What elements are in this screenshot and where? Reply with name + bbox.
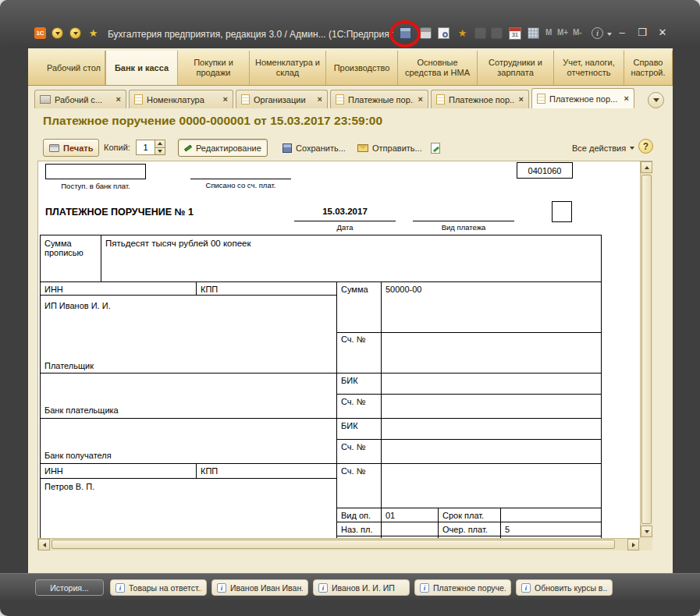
- info-icon: i: [115, 583, 125, 593]
- scroll-right-button[interactable]: [627, 539, 639, 551]
- arrow-down-icon: [645, 530, 649, 533]
- payee-bank-account-label: Сч. №: [341, 442, 365, 451]
- chevron-down-icon: [630, 147, 634, 150]
- task-button-label: Товары на ответст...: [129, 583, 201, 593]
- send-button-label: Отправить...: [372, 143, 422, 153]
- debit-stamp-label: Списано со сч. плат.: [190, 181, 291, 189]
- print-button-label: Печать: [63, 143, 93, 153]
- close-button[interactable]: ✕: [654, 26, 671, 40]
- task-button-ivanov-person[interactable]: i Иванов Иван Иван...: [211, 579, 308, 596]
- section-tab-bank[interactable]: Банк и касса: [105, 51, 178, 85]
- add-favorite-icon[interactable]: ★: [457, 27, 468, 39]
- doc-date-value: 15.03.2017: [294, 207, 396, 216]
- maximize-button[interactable]: ❒: [634, 26, 651, 40]
- service-menu-icon[interactable]: [69, 27, 81, 39]
- task-button-payment-order[interactable]: i Платежное поруче...: [414, 579, 511, 596]
- payee-name: Петров В. П.: [44, 482, 94, 491]
- vertical-scroll-thumb[interactable]: [641, 175, 652, 524]
- section-tab-employees[interactable]: Сотрудники и зарплата: [478, 51, 554, 85]
- close-tab-icon[interactable]: ×: [318, 95, 322, 104]
- priority-label: Очер. плат.: [442, 525, 488, 534]
- calendar-icon[interactable]: 31: [509, 27, 521, 40]
- edit-button[interactable]: Редактирование: [178, 139, 268, 157]
- doc-tab-label: Организации: [254, 95, 313, 104]
- section-tab-fixed-assets[interactable]: Основные средства и НМА: [398, 51, 478, 85]
- close-tab-icon[interactable]: ×: [418, 95, 423, 104]
- close-tab-icon[interactable]: ×: [116, 95, 121, 104]
- save-file-label: Сохранить...: [296, 143, 346, 153]
- edit-document-button[interactable]: [425, 139, 446, 157]
- save-file-button[interactable]: Сохранить...: [276, 139, 352, 157]
- caret-down-icon: [73, 32, 78, 35]
- arrow-up-icon: [158, 142, 162, 145]
- memory-recall-button[interactable]: M: [545, 28, 552, 37]
- all-actions-button[interactable]: Все действия: [572, 139, 634, 157]
- payer-kpp-label: КПП: [201, 285, 218, 294]
- document-icon: [336, 94, 344, 104]
- task-button-goods[interactable]: i Товары на ответст...: [110, 579, 207, 596]
- arrow-up-icon: [645, 166, 649, 169]
- copies-stepper[interactable]: [136, 140, 165, 155]
- section-tab-nomenclature[interactable]: Номенклатура и склад: [250, 51, 326, 85]
- page-title: Платежное поручение 0000-000001 от 15.03…: [43, 114, 382, 128]
- doc-tab-payment-order-1[interactable]: Платежное пор... ×: [431, 90, 529, 108]
- history-button[interactable]: История...: [35, 579, 104, 596]
- close-tab-icon[interactable]: ×: [624, 94, 629, 103]
- memory-minus-button[interactable]: M-: [573, 28, 582, 37]
- form-line: [413, 221, 514, 221]
- scroll-left-button[interactable]: [38, 539, 50, 551]
- window-title: Бухгалтерия предприятия, редакция 3.0 / …: [108, 29, 393, 40]
- scroll-down-button[interactable]: [641, 526, 652, 537]
- info-icon: i: [318, 583, 328, 593]
- bank-stamp-label: Поступ. в банк плат.: [45, 182, 146, 190]
- print-preview-icon[interactable]: [438, 27, 449, 39]
- payee-inn-label: ИНН: [44, 466, 63, 476]
- arrow-down-icon: [158, 150, 162, 153]
- app-window: 1С ★ Бухгалтерия предприятия, редакция 3…: [0, 0, 700, 616]
- section-tab-purchases[interactable]: Покупки и продажи: [178, 51, 250, 85]
- horizontal-scroll-thumb[interactable]: [52, 540, 615, 549]
- stepper-up-button[interactable]: [155, 140, 165, 148]
- main-menu-icon[interactable]: [52, 27, 63, 39]
- document-tab-bar: Рабочий с... × Номенклатура × Организаци…: [28, 87, 673, 108]
- doc-tab-payment-orders[interactable]: Платежные пор... ×: [330, 90, 428, 108]
- payer-label: Плательщик: [44, 361, 94, 370]
- arrow-right-icon: [632, 543, 635, 547]
- stepper-down-button[interactable]: [155, 148, 165, 155]
- doc-tab-nomenclature[interactable]: Номенклатура ×: [129, 90, 233, 108]
- minimize-button[interactable]: –: [613, 26, 631, 40]
- task-button-update-rates[interactable]: i Обновить курсы в...: [516, 579, 613, 596]
- print-icon[interactable]: [420, 27, 432, 39]
- print-button[interactable]: Печать: [43, 139, 99, 157]
- section-tab-accounting[interactable]: Учет, налоги, отчетность: [554, 51, 624, 85]
- doc-tab-organizations[interactable]: Организации ×: [236, 90, 328, 108]
- copies-input[interactable]: [137, 140, 155, 154]
- reserve-box: [552, 201, 572, 222]
- doc-tab-desktop[interactable]: Рабочий с... ×: [34, 90, 126, 108]
- tab-list-button[interactable]: [648, 92, 664, 108]
- vertical-scrollbar[interactable]: [640, 161, 652, 538]
- doc-tab-label: Платежное пор...: [549, 94, 620, 104]
- favorites-star-icon[interactable]: ★: [87, 27, 99, 39]
- calculator-icon[interactable]: [528, 27, 539, 39]
- horizontal-scrollbar[interactable]: [38, 538, 640, 551]
- close-tab-icon[interactable]: ×: [519, 95, 524, 104]
- scroll-up-button[interactable]: [641, 161, 652, 173]
- section-tab-reference[interactable]: Справо настрой.: [624, 51, 673, 85]
- info-caret-icon[interactable]: [607, 33, 612, 36]
- caret-down-icon: [55, 32, 60, 35]
- send-button[interactable]: Отправить...: [351, 139, 428, 157]
- memory-plus-button[interactable]: M+: [557, 28, 568, 37]
- task-button-ivanov-ip[interactable]: i Иванов И. И. ИП: [313, 579, 410, 596]
- document-icon: [436, 94, 445, 104]
- info-icon[interactable]: i: [592, 27, 603, 39]
- help-button[interactable]: ?: [638, 139, 653, 154]
- payer-bank-account-label: Сч. №: [341, 397, 365, 406]
- payment-order-form: Поступ. в банк плат. Списано со сч. плат…: [37, 161, 652, 550]
- doc-tab-payment-order-2[interactable]: Платежное пор... ×: [531, 88, 634, 108]
- doc-tab-label: Платежные пор...: [348, 95, 414, 104]
- section-tab-production[interactable]: Производство: [326, 51, 398, 85]
- copies-label: Копий:: [104, 143, 130, 152]
- close-tab-icon[interactable]: ×: [223, 95, 228, 104]
- section-tab-desktop[interactable]: Рабочий стол: [43, 51, 105, 85]
